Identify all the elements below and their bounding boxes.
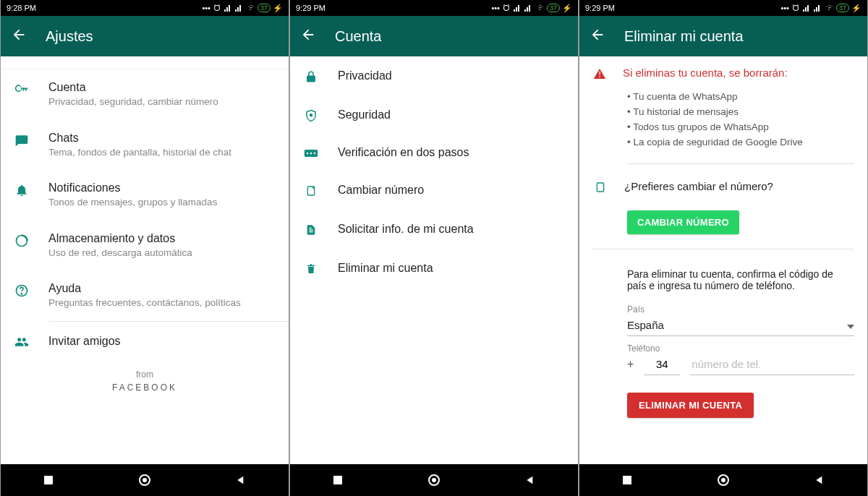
- nav-home-icon[interactable]: [137, 473, 152, 487]
- wifi-icon: [245, 4, 255, 12]
- svg-rect-3: [44, 476, 53, 484]
- signal-icon-2: [524, 4, 532, 12]
- back-icon[interactable]: [300, 27, 316, 46]
- item-subtitle: Privacidad, seguridad, cambiar número: [48, 95, 276, 108]
- status-icons: ••• 37 ⚡: [491, 4, 572, 13]
- wifi-icon: [535, 4, 545, 12]
- nav-recent-icon[interactable]: [43, 474, 54, 486]
- item-chats[interactable]: Chats Tema, fondos de pantalla, historia…: [1, 120, 289, 171]
- document-icon: [303, 221, 319, 237]
- warning-icon: [592, 67, 607, 84]
- item-request-info[interactable]: Solicitar info. de mi cuenta: [290, 210, 578, 249]
- item-subtitle: Tonos de mensajes, grupos y llamadas: [48, 196, 276, 209]
- back-icon[interactable]: [11, 27, 27, 46]
- nav-bar: [290, 464, 578, 496]
- charging-icon: ⚡: [851, 4, 861, 13]
- people-icon: [14, 333, 30, 349]
- alarm-icon: [502, 4, 511, 12]
- status-icons: ••• 37 ⚡: [780, 4, 861, 13]
- bell-icon: [14, 181, 30, 197]
- nav-home-icon[interactable]: [716, 473, 731, 487]
- back-icon[interactable]: [590, 27, 605, 46]
- battery-icon: 37: [258, 4, 271, 12]
- country-value: España: [627, 319, 664, 331]
- warning-header: Si eliminas tu cuenta, se borrarán:: [579, 56, 867, 88]
- country-select[interactable]: España: [627, 316, 854, 336]
- footer-from: from: [1, 361, 289, 382]
- page-title: Ajustes: [46, 28, 93, 45]
- phone-delete-account: 9:29 PM ••• 37 ⚡ Eliminar mi cuenta Si e…: [579, 0, 868, 496]
- country-code-input[interactable]: [644, 355, 680, 375]
- warn-item: • Todos tus grupos de WhatsApp: [627, 121, 854, 132]
- phone-account: 9:29 PM ••• 37 ⚡ Cuenta Privacidad: [289, 0, 579, 496]
- change-number-section: ¿Prefieres cambiar el número?: [579, 168, 867, 203]
- nav-bar: [1, 464, 289, 496]
- warning-list: • Tu cuenta de WhatsApp • Tu historial d…: [579, 88, 867, 159]
- svg-point-6: [310, 114, 312, 116]
- dropdown-icon: [847, 319, 854, 331]
- delete-account-button[interactable]: ELIMINAR MI CUENTA: [627, 393, 754, 418]
- signal-icon: [224, 4, 232, 12]
- status-bar: 9:28 PM ••• 37 ⚡: [1, 0, 289, 16]
- svg-point-8: [307, 153, 309, 155]
- status-bar: 9:29 PM ••• 37 ⚡: [579, 0, 867, 16]
- sim-icon: [592, 180, 608, 194]
- item-invite[interactable]: Invitar amigos: [1, 322, 289, 361]
- item-subtitle: Preguntas frecuentes, contáctanos, polít…: [48, 296, 276, 309]
- svg-point-14: [432, 478, 436, 482]
- item-title: Cuenta: [48, 81, 276, 94]
- item-delete-account[interactable]: Eliminar mi cuenta: [290, 249, 578, 288]
- divider: [592, 249, 854, 249]
- nav-back-icon[interactable]: [814, 474, 825, 486]
- app-bar: Eliminar mi cuenta: [579, 16, 867, 56]
- profile-row-edge[interactable]: [1, 56, 289, 69]
- account-list: Privacidad Seguridad Verificación en dos…: [290, 56, 578, 464]
- item-storage[interactable]: Almacenamiento y datos Uso de red, desca…: [1, 221, 289, 271]
- status-time: 9:28 PM: [7, 4, 36, 12]
- svg-point-5: [142, 478, 147, 482]
- warn-item: • La copia de seguridad de Google Drive: [627, 137, 854, 147]
- item-privacy[interactable]: Privacidad: [290, 56, 578, 95]
- svg-point-2: [21, 294, 22, 294]
- item-security[interactable]: Seguridad: [290, 95, 578, 134]
- key-icon: [14, 81, 30, 97]
- item-twostep[interactable]: Verificación en dos pasos: [290, 134, 578, 171]
- confirm-text: Para eliminar tu cuenta, confirma el cód…: [579, 254, 867, 297]
- charging-icon: ⚡: [273, 4, 283, 13]
- nav-recent-icon[interactable]: [621, 474, 633, 486]
- item-notifications[interactable]: Notificaciones Tonos de mensajes, grupos…: [1, 170, 289, 221]
- item-title: Cambiar número: [338, 184, 424, 197]
- item-title: Solicitar info. de mi cuenta: [338, 223, 474, 236]
- change-number-button[interactable]: CAMBIAR NÚMERO: [627, 210, 739, 234]
- svg-rect-12: [333, 476, 342, 484]
- divider: [627, 163, 854, 164]
- item-help[interactable]: Ayuda Preguntas frecuentes, contáctanos,…: [1, 270, 289, 321]
- nav-back-icon[interactable]: [235, 474, 247, 486]
- nav-home-icon[interactable]: [427, 473, 441, 487]
- item-change-number[interactable]: Cambiar número: [290, 171, 578, 210]
- svg-point-10: [314, 153, 316, 155]
- charging-icon: ⚡: [562, 4, 572, 13]
- nav-recent-icon[interactable]: [332, 474, 344, 486]
- data-usage-icon: [14, 232, 30, 248]
- status-icons: ••• 37 ⚡: [202, 4, 283, 13]
- battery-icon: 37: [547, 4, 560, 12]
- status-time: 9:29 PM: [296, 4, 326, 12]
- app-bar: Cuenta: [290, 16, 578, 56]
- item-account[interactable]: Cuenta Privacidad, seguridad, cambiar nú…: [1, 69, 289, 120]
- lock-icon: [303, 68, 319, 84]
- country-label: País: [579, 297, 867, 315]
- signal-icon-2: [234, 4, 243, 12]
- phone-settings: 9:28 PM ••• 37 ⚡ Ajustes Cuenta Privacid…: [0, 0, 289, 496]
- svg-point-9: [310, 153, 312, 155]
- status-time: 9:29 PM: [585, 4, 615, 12]
- item-subtitle: Uso de red, descarga automática: [48, 247, 276, 260]
- warning-title: Si eliminas tu cuenta, se borrarán:: [623, 67, 788, 84]
- plus-prefix: +: [627, 358, 634, 375]
- nav-back-icon[interactable]: [524, 474, 536, 486]
- phone-number-input[interactable]: [690, 355, 854, 375]
- delete-content: Si eliminas tu cuenta, se borrarán: • Tu…: [579, 56, 867, 464]
- warn-item: • Tu historial de mensajes: [627, 106, 854, 117]
- item-title: Invitar amigos: [48, 335, 276, 348]
- page-title: Eliminar mi cuenta: [624, 28, 744, 45]
